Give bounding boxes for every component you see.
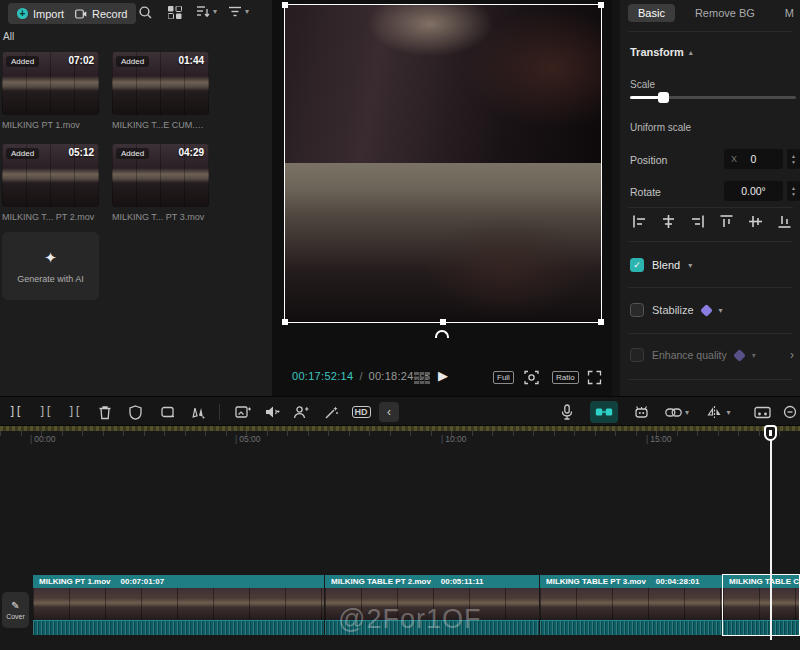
media-panel: +Import Record ▾ ▾ All Added 07:02 MILKI… <box>0 0 272 396</box>
chevron-down-icon: ▾ <box>726 408 730 417</box>
magic-wand-icon[interactable] <box>320 401 342 423</box>
tab-remove-bg[interactable]: Remove BG <box>685 4 765 22</box>
sort-button[interactable]: ▾ <box>196 5 217 18</box>
import-label: Import <box>33 8 64 20</box>
microphone-icon[interactable] <box>556 401 578 423</box>
clip-filmstrip <box>540 588 722 620</box>
import-button[interactable]: +Import <box>8 3 73 24</box>
audio-extract-icon[interactable] <box>261 401 283 423</box>
premium-gem-icon <box>733 349 746 362</box>
video-thumbnail[interactable]: Added 01:44 <box>112 52 209 115</box>
added-badge: Added <box>6 148 39 159</box>
link-clips-button[interactable]: ▾ <box>660 401 694 423</box>
chevron-down-icon[interactable]: ▾ <box>752 351 756 360</box>
tab-more[interactable]: M <box>775 4 800 22</box>
tab-basic[interactable]: Basic <box>628 4 675 22</box>
filter-button[interactable]: ▾ <box>228 5 249 18</box>
clip-flip-button[interactable]: ▾ <box>702 401 736 423</box>
scale-slider-knob[interactable] <box>658 92 669 103</box>
trim-right-icon[interactable]: ][ <box>63 401 85 423</box>
align-top-icon[interactable] <box>719 214 734 229</box>
pen-icon: ✎ <box>11 600 19 611</box>
crop-icon[interactable] <box>156 401 178 423</box>
media-item[interactable]: Added 01:44 MILKING T...E CUM.mov <box>112 52 209 130</box>
media-item[interactable]: Added 05:12 MILKING T... PT 2.mov <box>2 144 99 222</box>
playhead[interactable] <box>770 426 772 640</box>
video-preview[interactable] <box>285 5 601 322</box>
rotate-handle[interactable] <box>435 330 449 338</box>
video-thumbnail[interactable]: Added 07:02 <box>2 52 99 115</box>
blend-checkbox[interactable]: ✓ <box>630 258 644 272</box>
align-left-icon[interactable] <box>632 214 647 229</box>
grid-view-icon[interactable] <box>168 6 182 19</box>
ruler-label: 10:00 <box>441 434 467 444</box>
stepper-down-icon[interactable]: ▼ <box>791 159 796 165</box>
enhance-quality-checkbox[interactable] <box>630 348 644 362</box>
export-frame-icon[interactable] <box>232 401 254 423</box>
zoom-out-icon[interactable] <box>779 401 800 423</box>
record-button[interactable]: Record <box>66 3 136 24</box>
hd-quality-icon[interactable]: HD <box>350 401 372 423</box>
collapse-panel-button[interactable]: ‹ <box>379 402 399 422</box>
align-center-vertical-icon[interactable] <box>748 214 763 229</box>
transform-handle[interactable] <box>598 2 604 8</box>
smart-tools-icon[interactable] <box>630 401 652 423</box>
playhead-handle[interactable] <box>764 425 777 441</box>
search-icon[interactable] <box>138 5 153 20</box>
align-bottom-icon[interactable] <box>777 214 792 229</box>
transform-handle[interactable] <box>282 2 288 8</box>
clip-name: MILKING TABLE PT 2.mov <box>331 577 431 586</box>
generate-with-ai-button[interactable]: ✦ Generate with AI <box>2 232 99 300</box>
trim-left-icon[interactable]: ][ <box>34 401 56 423</box>
transform-handle[interactable] <box>440 319 446 325</box>
align-center-horizontal-icon[interactable] <box>661 214 676 229</box>
rotate-input[interactable]: 0.00° <box>724 181 783 201</box>
generate-ai-label: Generate with AI <box>17 274 84 284</box>
video-thumbnail[interactable]: Added 04:29 <box>112 144 209 207</box>
sparkle-icon: ✦ <box>44 249 57 267</box>
focus-icon[interactable] <box>524 370 539 385</box>
add-person-icon[interactable] <box>290 401 312 423</box>
timecode-separator: / <box>359 370 362 382</box>
position-x-input[interactable]: X 0 <box>724 149 783 169</box>
video-thumbnail[interactable]: Added 05:12 <box>2 144 99 207</box>
media-item[interactable]: Added 07:02 MILKING PT 1.mov <box>2 52 99 130</box>
chevron-down-icon[interactable]: ▾ <box>719 306 723 315</box>
link-icon <box>665 408 682 417</box>
transform-handle[interactable] <box>282 319 288 325</box>
added-badge: Added <box>116 56 149 67</box>
transform-handle[interactable] <box>598 319 604 325</box>
added-badge: Added <box>6 56 39 67</box>
full-button[interactable]: Full <box>493 371 514 384</box>
position-stepper[interactable]: ▲ ▼ <box>787 149 800 169</box>
mirror-flip-icon[interactable] <box>187 401 209 423</box>
timeline-clip[interactable]: MILKING PT 1.mov00:07:01:07 <box>33 575 324 635</box>
premium-gem-icon <box>700 304 713 317</box>
media-item[interactable]: Added 04:29 MILKING T... PT 3.mov <box>112 144 209 222</box>
clip-name: MILKING TABLE C <box>729 577 799 586</box>
mask-shield-icon[interactable] <box>124 401 146 423</box>
record-screen-icon[interactable] <box>751 401 773 423</box>
chevron-down-icon[interactable]: ▾ <box>688 261 692 270</box>
chevron-right-icon[interactable]: › <box>790 348 794 362</box>
auto-cut-active-icon[interactable] <box>590 401 618 423</box>
fullscreen-icon[interactable] <box>587 370 602 385</box>
rotate-stepper[interactable]: ▲ ▼ <box>787 181 800 201</box>
transform-section-header[interactable]: Transform ▴ <box>630 46 693 58</box>
current-timecode: 00:17:52:14 <box>292 370 353 382</box>
media-filter-all[interactable]: All <box>3 31 14 42</box>
split-clip-icon[interactable]: ][ <box>4 401 26 423</box>
align-right-icon[interactable] <box>690 214 705 229</box>
clip-duration: 04:29 <box>178 147 204 158</box>
stabilize-checkbox[interactable] <box>630 303 644 317</box>
stepper-down-icon[interactable]: ▼ <box>791 191 796 197</box>
play-button[interactable]: ▶ <box>438 368 448 383</box>
ratio-button[interactable]: Ratio <box>552 371 579 384</box>
blend-label: Blend <box>652 259 680 271</box>
cover-button[interactable]: ✎ Cover <box>2 592 29 628</box>
timeline-clip-selected[interactable]: MILKING TABLE C <box>723 575 800 635</box>
timeline-clip[interactable]: MILKING TABLE PT 3.mov00:04:28:01 <box>540 575 722 635</box>
frame-view-icon[interactable] <box>414 372 430 384</box>
media-filename: MILKING PT 1.mov <box>2 120 99 130</box>
delete-icon[interactable] <box>94 401 116 423</box>
